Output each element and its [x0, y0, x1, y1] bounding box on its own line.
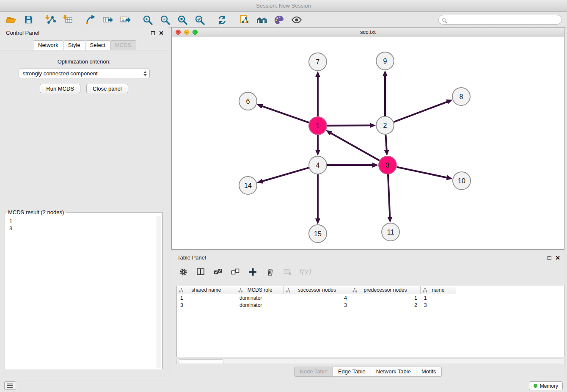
network-node-4[interactable]: 4	[309, 156, 327, 174]
edge-3-1[interactable]	[330, 133, 379, 160]
column-header-shared-name[interactable]: shared name	[177, 286, 236, 294]
import-network-icon[interactable]	[45, 14, 57, 26]
table-tab-edge-table[interactable]: Edge Table	[333, 367, 371, 377]
close-table-panel-icon[interactable]: ✕	[555, 254, 560, 262]
criterion-dropdown[interactable]: strongly connected component	[19, 69, 150, 78]
edge-1-2[interactable]	[327, 125, 370, 126]
add-column-icon[interactable]	[248, 267, 258, 277]
network-node-9[interactable]: 9	[376, 52, 394, 70]
select-all-icon[interactable]	[213, 267, 223, 277]
export-table-icon[interactable]	[102, 14, 114, 26]
criterion-dropdown-value: strongly connected component	[23, 70, 143, 77]
search-field[interactable]	[438, 15, 562, 25]
show-hide-icon[interactable]	[291, 14, 303, 26]
mcds-tab-content: Optimization criterion: strongly connect…	[0, 50, 168, 379]
app-title: Session: New Session	[256, 3, 311, 9]
network-node-8[interactable]: 8	[452, 88, 470, 105]
tab-network[interactable]: Network	[33, 40, 63, 50]
window-maximize-icon[interactable]: +	[193, 30, 198, 35]
style-paint-icon[interactable]	[273, 14, 285, 26]
network-node-15[interactable]: 15	[309, 225, 327, 243]
optimization-criterion-label: Optimization criterion:	[0, 58, 168, 65]
edge-3-11[interactable]	[388, 174, 390, 217]
network-view-window: × − + scc.txt 7968124314101511	[171, 27, 564, 250]
export-image-icon[interactable]	[119, 14, 131, 26]
table-row-3[interactable]: 3dominator323	[177, 301, 564, 309]
zoom-in-icon[interactable]	[142, 14, 154, 26]
float-table-panel-icon[interactable]	[548, 256, 551, 260]
table-cell: 3	[284, 302, 350, 308]
column-header-predecessor-nodes[interactable]: predecessor nodes	[350, 286, 421, 294]
table-settings-icon[interactable]	[178, 267, 188, 277]
tab-mcds[interactable]: MCDS	[110, 40, 136, 50]
svg-text:6: 6	[246, 98, 250, 105]
table-tab-network-table[interactable]: Network Table	[371, 367, 416, 377]
network-node-11[interactable]: 11	[382, 223, 399, 241]
network-node-7[interactable]: 7	[309, 53, 327, 71]
network-node-1[interactable]: 1	[309, 117, 327, 135]
svg-text:9: 9	[383, 58, 387, 65]
column-header-successor-nodes[interactable]: successor nodes	[284, 286, 350, 294]
zoom-selected-icon[interactable]	[194, 14, 206, 26]
network-window-title: scc.txt	[360, 29, 376, 35]
deselect-all-icon[interactable]	[230, 267, 240, 277]
svg-text:4: 4	[316, 162, 320, 169]
svg-text:14: 14	[244, 182, 252, 189]
chevron-updown-icon	[143, 71, 148, 76]
column-type-icon	[286, 288, 291, 293]
tab-select[interactable]: Select	[85, 40, 110, 50]
network-node-2[interactable]: 2	[376, 116, 394, 134]
column-type-icon	[179, 288, 184, 293]
svg-text:15: 15	[314, 230, 322, 237]
run-mcds-button[interactable]: Run MCDS	[40, 84, 80, 93]
svg-text:8: 8	[460, 93, 463, 100]
tab-style[interactable]: Style	[63, 40, 85, 50]
split-view-icon[interactable]	[195, 267, 206, 277]
table-horizontal-scrollbar[interactable]	[176, 359, 564, 364]
table-row-1[interactable]: 1dominator411	[177, 294, 564, 301]
save-session-icon[interactable]	[22, 14, 34, 26]
window-minimize-icon[interactable]: −	[184, 30, 189, 35]
zoom-fit-icon[interactable]	[176, 14, 188, 26]
network-node-6[interactable]: 6	[239, 92, 257, 110]
delete-table-icon[interactable]	[282, 267, 292, 277]
control-panel-tabs: NetworkStyleSelectMCDS	[33, 40, 136, 50]
edge-2-3[interactable]	[385, 135, 386, 150]
close-panel-button[interactable]: Close panel	[86, 84, 128, 93]
import-table-icon[interactable]	[62, 14, 74, 26]
result-scrollbar[interactable]	[156, 216, 161, 368]
network-node-14[interactable]: 14	[239, 177, 257, 194]
column-header-MCDS-role[interactable]: MCDS role	[236, 286, 284, 294]
open-session-icon[interactable]	[5, 14, 17, 26]
delete-trash-icon[interactable]	[265, 267, 275, 277]
search-icon	[442, 18, 446, 22]
table-tab-motifs[interactable]: Motifs	[416, 367, 442, 377]
export-network-icon[interactable]	[85, 14, 96, 26]
edge-2-8[interactable]	[394, 102, 448, 122]
node-table: shared nameMCDS rolesuccessor nodesprede…	[176, 286, 564, 357]
function-builder-icon[interactable]: f(x)	[300, 267, 310, 277]
column-header-name[interactable]: name	[421, 286, 456, 294]
table-cell: 1	[421, 295, 456, 301]
edge-4-14[interactable]	[262, 168, 309, 181]
network-node-10[interactable]: 10	[453, 172, 471, 190]
zoom-out-icon[interactable]	[159, 14, 171, 26]
task-history-button[interactable]	[4, 381, 16, 390]
mcds-result-legend: MCDS result (2 nodes)	[6, 209, 66, 215]
memory-status-icon	[534, 384, 537, 388]
edge-1-6[interactable]	[262, 106, 309, 123]
scrollbar-thumb[interactable]	[178, 359, 224, 363]
memory-button[interactable]: Memory	[529, 381, 563, 390]
float-panel-icon[interactable]	[151, 31, 155, 35]
apply-layout-icon[interactable]	[216, 14, 228, 26]
table-tab-node-table[interactable]: Node Table	[294, 367, 333, 377]
table-header-row: shared nameMCDS rolesuccessor nodesprede…	[177, 286, 564, 294]
window-close-icon[interactable]: ×	[176, 30, 181, 35]
network-overview-icon[interactable]	[239, 14, 250, 26]
edge-3-10[interactable]	[397, 167, 447, 178]
search-input[interactable]	[448, 16, 558, 23]
home-icon[interactable]	[256, 14, 268, 26]
close-panel-icon[interactable]: ✕	[159, 29, 164, 37]
network-canvas[interactable]: 7968124314101511	[172, 37, 564, 249]
network-node-3[interactable]: 3	[379, 156, 396, 174]
